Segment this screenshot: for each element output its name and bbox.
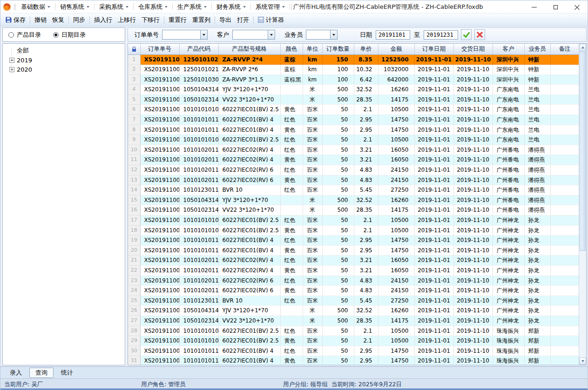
clear-filter-button[interactable] [474,29,485,40]
table-row[interactable]: 5XS20191100210501023140VV22 3*120+1*70米5… [128,94,579,105]
table-cell[interactable] [550,85,579,95]
table-cell[interactable]: 50 [322,286,354,296]
table-cell[interactable]: 10500 [378,336,414,346]
table-cell[interactable]: 黄色 [280,175,303,185]
toolbar-button[interactable]: 保存 [3,14,28,26]
table-cell[interactable]: 16260 [378,306,414,316]
table-cell[interactable] [550,245,579,256]
table-cell[interactable] [550,135,579,145]
table-row[interactable]: 19XS2019110041010101011160227IEC01(BV) 4… [128,235,579,246]
table-cell[interactable]: 红色 [280,256,303,266]
table-cell[interactable]: 4.83 [354,175,378,185]
table-cell[interactable] [550,265,579,276]
table-cell[interactable]: 60227IEC01(BV) 2.5 [218,215,280,226]
table-cell[interactable]: 黄色 [280,356,303,365]
table-cell[interactable]: km [303,65,322,75]
scroll-down-button[interactable] [579,357,586,365]
table-cell[interactable] [280,205,303,215]
bottom-tab[interactable]: 查询 [29,368,54,378]
table-cell[interactable]: 10101020111 [179,256,218,266]
table-row[interactable]: 3XS20191100112501010307ZA-RVVP 3*1.5蓝棕黑k… [128,74,579,85]
table-cell[interactable]: 150 [322,54,354,65]
minimize-button[interactable] [523,0,545,13]
table-cell[interactable]: 2019-11-01 [414,215,453,226]
table-cell[interactable]: 潘得燕 [524,165,550,175]
table-cell[interactable]: 60227IEC01(BV) 2.5 [218,336,280,346]
table-cell[interactable]: 50 [322,256,354,266]
table-cell[interactable]: 百米 [303,145,322,155]
table-cell[interactable]: 10101020111 [179,145,218,155]
table-cell[interactable]: 孙龙 [524,235,550,246]
toolbar-button[interactable]: 重置列 [189,14,213,26]
table-cell[interactable]: 2019-11-10 [453,185,493,195]
table-row[interactable]: 8XS2019110021010101011160227IEC01(BV) 4黄… [128,125,579,135]
table-cell[interactable]: 12501010211 [179,54,218,65]
toolbar-button[interactable]: 计算器 [255,14,287,26]
table-cell[interactable]: 2019-11-10 [453,205,493,215]
table-cell[interactable] [550,286,579,296]
order-no-dropdown-button[interactable] [200,30,208,40]
table-cell[interactable]: 32.52 [354,306,378,316]
table-cell[interactable]: 2019-11-01 [414,245,453,256]
table-cell[interactable]: 10101010109 [179,215,218,226]
table-cell[interactable]: 2019-11-01 [414,205,453,215]
table-cell[interactable]: 2019-11-10 [453,85,493,95]
table-cell[interactable]: 2019-11-10 [453,215,493,226]
bottom-tab[interactable]: 录入 [4,368,27,377]
customer-dropdown-button[interactable] [268,30,275,40]
table-cell[interactable]: XS201911004 [140,235,179,246]
table-cell[interactable]: 2019-11-10 [453,256,493,266]
table-cell[interactable]: 2019-11-01 [414,336,453,346]
table-cell[interactable]: 10101020113 [179,276,218,286]
table-cell[interactable]: 2019-11-01 [414,326,453,336]
table-cell[interactable]: 4.83 [354,286,378,296]
table-cell[interactable]: VV22 3*120+1*70 [218,94,280,105]
table-cell[interactable]: 10101010111 [179,115,218,125]
table-cell[interactable]: 深圳中兴 [493,74,524,85]
table-cell[interactable]: 4.83 [354,276,378,286]
table-cell[interactable] [550,115,579,125]
table-cell[interactable]: 50 [322,245,354,256]
table-cell[interactable]: 广州番电 [493,145,524,155]
table-row[interactable]: 14XS20191100310101230115BVR 10红色百米505.45… [128,185,579,195]
table-cell[interactable]: 2019-11-01 [414,105,453,115]
table-row[interactable]: 20XS2019110041010101011160227IEC01(BV) 4… [128,245,579,256]
table-cell[interactable]: XS201911005 [140,336,179,346]
table-cell[interactable]: 百米 [303,125,322,135]
table-cell[interactable]: 孙龙 [524,316,550,326]
table-cell[interactable]: 60227IEC01(BV) 4 [218,245,280,256]
table-cell[interactable]: 黄色 [280,105,303,115]
column-header[interactable]: 订单单号 [140,44,179,54]
table-cell[interactable]: 蓝棕 [280,65,303,75]
table-row[interactable]: 27XS20191100410501023140VV22 3*120+1*70米… [128,316,579,326]
column-header[interactable]: 客户 [493,44,524,54]
table-cell[interactable] [550,215,579,226]
table-row[interactable]: 16XS20191100310501023140VV22 3*120+1*70米… [128,205,579,215]
table-row[interactable]: 7XS2019110021010101011160227IEC01(BV) 4红… [128,115,579,125]
menu-item[interactable]: 基础数据 [17,2,54,12]
table-cell[interactable]: 红色 [280,235,303,246]
bottom-tab[interactable]: 统计 [55,368,79,377]
table-cell[interactable]: XS201911003 [140,145,179,155]
table-cell[interactable]: 红色 [280,185,303,195]
table-cell[interactable]: 8.35 [354,54,378,65]
table-cell[interactable]: 50 [322,326,354,336]
table-cell[interactable]: BVR 10 [218,185,280,195]
table-row[interactable]: 23XS2019110041010102011360227IEC02(RV) 6… [128,276,579,286]
table-cell[interactable]: 2.1 [354,326,378,336]
table-cell[interactable]: 2019-11-01 [414,276,453,286]
table-cell[interactable]: 1032000 [378,65,414,75]
table-cell[interactable]: 14175 [378,316,414,326]
table-cell[interactable]: 10101010111 [179,125,218,135]
table-cell[interactable] [550,276,579,286]
table-cell[interactable]: XS201911005 [140,356,179,365]
table-cell[interactable]: YJV 3*120+1*70 [218,85,280,95]
table-cell[interactable]: 米 [303,205,322,215]
toolbar-button[interactable]: 上移行 [115,14,139,26]
toolbar-button[interactable]: 导出 [216,14,234,26]
table-cell[interactable]: 2019-11-01 [414,225,453,235]
table-cell[interactable]: 14750 [378,125,414,135]
table-cell[interactable]: 潘得燕 [524,175,550,185]
table-cell[interactable]: 50 [322,165,354,175]
date-from-input[interactable] [376,30,410,40]
